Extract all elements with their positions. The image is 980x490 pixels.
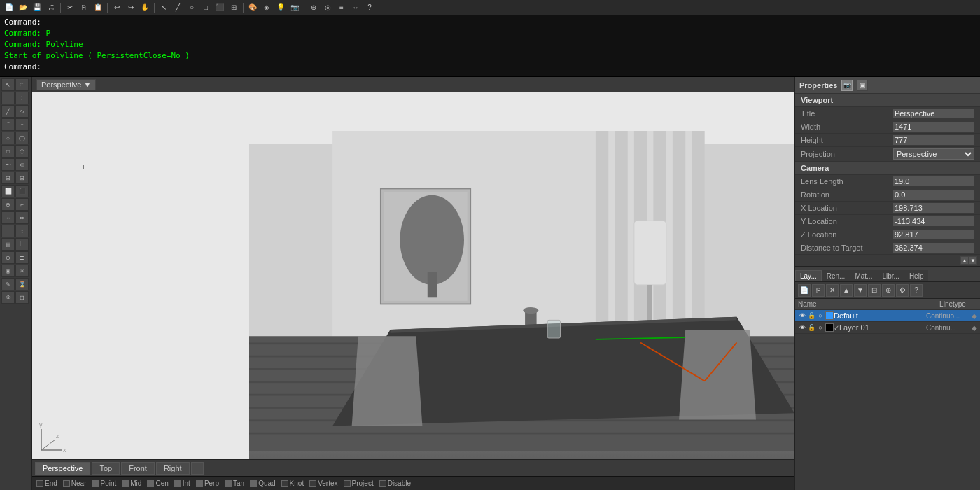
layers-tab-mat[interactable]: Mat... xyxy=(850,270,877,281)
status-cb-vertex[interactable] xyxy=(309,480,316,487)
ruler-tool[interactable]: ⊢ xyxy=(15,238,29,251)
arc-tool[interactable]: ⌢ xyxy=(15,118,29,131)
hatch-tool[interactable]: ▤ xyxy=(1,238,15,251)
status-cb-perp[interactable] xyxy=(196,480,203,487)
status-cb-project[interactable] xyxy=(344,480,351,487)
mirror-tool[interactable]: ⇔ xyxy=(15,211,29,224)
rect-tool[interactable]: □ xyxy=(1,145,15,158)
layers-up-btn[interactable]: ▲ xyxy=(840,284,853,297)
grid-icon[interactable]: ⊞ xyxy=(227,1,240,14)
window-select-tool[interactable]: ⬚ xyxy=(15,78,29,91)
prop-zloc-input[interactable] xyxy=(893,230,974,239)
redo-icon[interactable]: ↪ xyxy=(125,1,137,14)
status-cb-cen[interactable] xyxy=(147,480,154,487)
ellipse-tool[interactable]: ◯ xyxy=(15,132,29,144)
prop-rotation-input[interactable] xyxy=(893,190,974,200)
tab-perspective[interactable]: Perspective xyxy=(35,462,90,475)
pan-icon[interactable]: ✋ xyxy=(139,1,151,14)
polygon-tool[interactable]: ⬡ xyxy=(15,145,29,158)
layer-default-vis-icon[interactable]: 👁 xyxy=(798,312,806,320)
select-tool[interactable]: ↖ xyxy=(1,78,15,91)
layers-filter-btn[interactable]: ⊟ xyxy=(868,284,881,297)
surface-tool[interactable]: ⊟ xyxy=(1,172,15,184)
circle-tool[interactable]: ○ xyxy=(1,132,15,144)
viewport-canvas[interactable]: + x y z xyxy=(32,92,794,459)
prop-dist-input[interactable] xyxy=(893,243,974,253)
layers-search-btn[interactable]: ⊕ xyxy=(882,284,895,297)
dims-icon[interactable]: ↔ xyxy=(349,1,362,14)
conic-tool[interactable]: ⊂ xyxy=(15,158,29,171)
prop-projection-select[interactable]: Perspective Parallel Two-Point xyxy=(893,148,974,160)
layers-tab-help[interactable]: Help xyxy=(904,270,929,281)
status-cb-end[interactable] xyxy=(36,480,43,487)
layers-down-btn[interactable]: ▼ xyxy=(854,284,867,297)
analyze-tool[interactable]: ⊙ xyxy=(1,251,15,264)
light-icon[interactable]: 💡 xyxy=(274,1,287,14)
line-tool[interactable]: ╱ xyxy=(1,105,15,118)
tab-top[interactable]: Top xyxy=(92,462,120,475)
camera-tb-icon[interactable]: 📷 xyxy=(288,1,301,14)
transform-tool[interactable]: ↔ xyxy=(1,211,15,224)
render-icon[interactable]: 🎨 xyxy=(246,1,259,14)
layer-01-vis-icon[interactable]: 👁 xyxy=(798,323,806,332)
layer-row-default[interactable]: 👁 🔓 ○ Default Continuo... ◆ xyxy=(795,310,980,322)
layer-01-render-icon[interactable]: ○ xyxy=(816,323,825,332)
status-cb-disable[interactable] xyxy=(379,480,386,487)
paint-tool[interactable]: ✎ xyxy=(1,278,15,290)
snap-icon[interactable]: ⊕ xyxy=(307,1,320,14)
layer-default-color[interactable] xyxy=(825,312,834,320)
line-icon[interactable]: ╱ xyxy=(172,1,184,14)
box-icon[interactable]: ⬛ xyxy=(214,1,226,14)
tab-front[interactable]: Front xyxy=(121,462,155,475)
prop-lens-input[interactable] xyxy=(893,176,974,186)
layer-default-render-icon[interactable]: ○ xyxy=(816,312,825,320)
freeform-tool[interactable]: 〜 xyxy=(1,158,15,171)
layer-default-lock-icon[interactable]: 🔓 xyxy=(807,312,816,320)
rect-icon[interactable]: □ xyxy=(200,1,212,14)
prop-yloc-input[interactable] xyxy=(893,216,974,226)
prop-xloc-input[interactable] xyxy=(893,203,974,213)
layer-01-lock-icon[interactable]: 🔓 xyxy=(807,323,816,332)
paste-icon[interactable]: 📋 xyxy=(92,1,104,14)
text-tool[interactable]: T xyxy=(1,225,15,237)
polyline-tool[interactable]: ⌒ xyxy=(1,118,15,131)
prop-width-input[interactable] xyxy=(893,122,974,132)
layers-copy-btn[interactable]: ⎘ xyxy=(812,284,825,297)
viewport-tool[interactable]: ⊡ xyxy=(15,291,29,304)
circle-icon[interactable]: ○ xyxy=(186,1,198,14)
status-cb-near[interactable] xyxy=(63,480,70,487)
layers-settings-btn[interactable]: ⚙ xyxy=(896,284,909,297)
prop-height-input[interactable] xyxy=(893,135,974,145)
camera-panel-icon[interactable]: 📷 xyxy=(841,80,853,91)
boolean-tool[interactable]: ⊕ xyxy=(1,198,15,211)
layer-icon[interactable]: ≡ xyxy=(335,1,348,14)
status-cb-mid[interactable] xyxy=(122,480,129,487)
status-cb-tan[interactable] xyxy=(225,480,232,487)
material-icon[interactable]: ◈ xyxy=(260,1,273,14)
layer-row-01[interactable]: 👁 🔓 ○ ✓ Layer 01 Continu... ◆ xyxy=(795,322,980,334)
sun-tool[interactable]: ☀ xyxy=(15,265,29,277)
solid-tool[interactable]: ⬜ xyxy=(1,185,15,197)
display-tool[interactable]: 👁 xyxy=(1,291,15,304)
osnap-icon[interactable]: ◎ xyxy=(321,1,334,14)
layers-help-btn[interactable]: ? xyxy=(910,284,923,297)
print-icon[interactable]: 🖨 xyxy=(45,1,57,14)
zebra-tool[interactable]: ≣ xyxy=(15,251,29,264)
point-tool[interactable]: · xyxy=(1,92,15,104)
fillet-tool[interactable]: ⌐ xyxy=(15,198,29,211)
curve-tool[interactable]: ∿ xyxy=(15,105,29,118)
new-icon[interactable]: 📄 xyxy=(3,1,15,14)
props-scroll-up-btn[interactable]: ▲ xyxy=(960,256,969,265)
layers-add-btn[interactable]: 📄 xyxy=(798,284,811,297)
extrude-tool[interactable]: ⬛ xyxy=(15,185,29,197)
tab-right[interactable]: Right xyxy=(156,462,190,475)
prop-title-input[interactable] xyxy=(893,108,974,118)
layers-tab-ren[interactable]: Ren... xyxy=(822,270,850,281)
dim-tool[interactable]: ↕ xyxy=(15,225,29,237)
layers-tab-lay[interactable]: Lay... xyxy=(795,270,822,281)
status-cb-knot[interactable] xyxy=(281,480,288,487)
copy-icon[interactable]: ⎘ xyxy=(78,1,90,14)
layers-tab-libr[interactable]: Libr... xyxy=(877,270,904,281)
status-cb-quad[interactable] xyxy=(250,480,257,487)
mesh-tool[interactable]: ⊞ xyxy=(15,172,29,184)
